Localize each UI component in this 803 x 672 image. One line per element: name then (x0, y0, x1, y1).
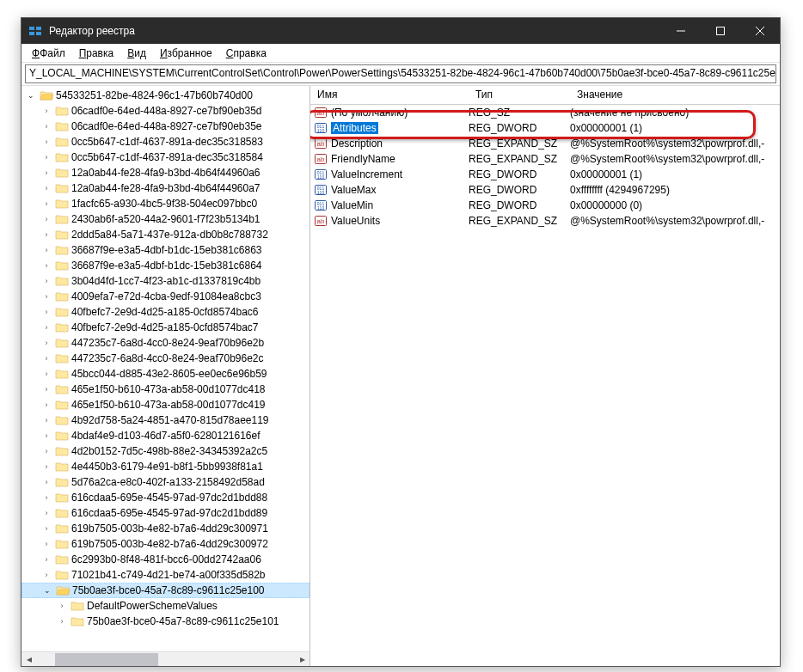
list-row[interactable]: ab(По умолчанию)REG_SZ(значение не присв… (310, 105, 780, 120)
chevron-right-icon[interactable]: › (40, 383, 52, 395)
tree-item[interactable]: ›2ddd5a84-5a71-437e-912a-db0b8c788732 (21, 227, 310, 242)
list-row[interactable]: 011110ValueIncrementREG_DWORD0x00000001 … (310, 167, 780, 182)
menu-view[interactable]: Вид (120, 46, 153, 61)
chevron-right-icon[interactable]: › (40, 151, 52, 163)
tree-item-label: 36687f9e-e3a5-4dbf-b1dc-15eb381c6864 (71, 260, 262, 272)
chevron-right-icon[interactable]: › (40, 476, 52, 488)
tree-item[interactable]: ›447235c7-6a8d-4cc0-8e24-9eaf70b96e2b (21, 335, 310, 351)
chevron-right-icon[interactable]: › (40, 275, 52, 287)
chevron-right-icon[interactable]: › (40, 538, 52, 550)
menu-help[interactable]: Справка (219, 46, 273, 61)
chevron-right-icon[interactable]: › (40, 337, 52, 349)
tree-item-label: 12a0ab44-fe28-4fa9-b3bd-4b64f44960a6 (71, 167, 261, 179)
close-button[interactable] (740, 18, 780, 44)
tree-item[interactable]: ›3b04d4fd-1cc7-4f23-ab1c-d1337819c4bb (21, 273, 310, 289)
chevron-right-icon[interactable]: › (40, 198, 52, 210)
tree-item[interactable]: ›1facfc65-a930-4bc5-9f38-504ec097bbc0 (21, 196, 310, 211)
tree-item[interactable]: ›4bdaf4e9-d103-46d7-a5f0-6280121616ef (21, 428, 310, 443)
chevron-right-icon[interactable]: › (40, 105, 52, 117)
chevron-right-icon[interactable]: › (40, 368, 52, 380)
chevron-right-icon[interactable]: › (40, 136, 52, 148)
list-row[interactable]: 011110ValueMaxREG_DWORD0xffffffff (42949… (310, 182, 780, 198)
list-row[interactable]: abValueUnitsREG_EXPAND_SZ@%SystemRoot%\s… (310, 213, 780, 229)
tree-item[interactable]: ›4009efa7-e72d-4cba-9edf-91084ea8cbc3 (21, 289, 310, 304)
list-row[interactable]: abFriendlyNameREG_EXPAND_SZ@%SystemRoot%… (310, 151, 780, 167)
menu-favorites[interactable]: Избранное (153, 46, 219, 61)
maximize-button[interactable] (701, 18, 740, 44)
column-header-value[interactable]: Значение (570, 86, 780, 104)
chevron-right-icon[interactable]: › (40, 430, 52, 442)
tree-item[interactable]: ›36687f9e-e3a5-4dbf-b1dc-15eb381c6864 (21, 258, 310, 273)
folder-icon (55, 275, 69, 287)
tree-item[interactable]: ›4d2b0152-7d5c-498b-88e2-34345392a2c5 (21, 443, 310, 459)
tree-item[interactable]: ›619b7505-003b-4e82-b7a6-4dd29c300972 (21, 536, 310, 552)
column-header-type[interactable]: Тип (469, 86, 570, 104)
chevron-right-icon[interactable]: › (40, 507, 52, 519)
tree-item[interactable]: ›6c2993b0-8f48-481f-bcc6-00dd2742aa06 (21, 552, 310, 567)
tree-item[interactable]: ›616cdaa5-695e-4545-97ad-97dc2d1bdd88 (21, 490, 310, 505)
column-header-name[interactable]: Имя (310, 86, 469, 104)
list-row[interactable]: 011110AttributesREG_DWORD0x00000001 (1) (310, 120, 780, 136)
tree-item[interactable]: ›4e4450b3-6179-4e91-b8f1-5bb9938f81a1 (21, 459, 310, 474)
tree-item[interactable]: ›75b0ae3f-bce0-45a7-8c89-c9611c25e101 (21, 614, 310, 629)
chevron-right-icon[interactable]: › (40, 553, 52, 565)
scroll-thumb[interactable] (55, 653, 158, 666)
tree-item[interactable]: ⌄75b0ae3f-bce0-45a7-8c89-c9611c25e100 (21, 583, 310, 598)
tree-item[interactable]: ›DefaultPowerSchemeValues (21, 598, 310, 614)
list-row[interactable]: 011110ValueMinREG_DWORD0x00000000 (0) (310, 198, 780, 213)
tree-item[interactable]: ›06cadf0e-64ed-448a-8927-ce7bf90eb35d (21, 103, 310, 119)
minimize-button[interactable] (661, 18, 701, 44)
chevron-right-icon[interactable]: › (40, 569, 52, 581)
list-row[interactable]: abDescriptionREG_EXPAND_SZ@%SystemRoot%\… (310, 136, 780, 151)
tree-item[interactable]: ›0cc5b647-c1df-4637-891a-dec35c318583 (21, 134, 310, 150)
tree-item[interactable]: ›4b92d758-5a24-4851-a470-815d78aee119 (21, 412, 310, 428)
tree-item[interactable]: ›45bcc044-d885-43e2-8605-ee0ec6e96b59 (21, 366, 310, 382)
tree-item[interactable]: ›12a0ab44-fe28-4fa9-b3bd-4b64f44960a6 (21, 165, 310, 180)
tree-item[interactable]: ›447235c7-6a8d-4cc0-8e24-9eaf70b96e2c (21, 351, 310, 366)
tree-item[interactable]: ⌄54533251-82be-4824-96c1-47b60b740d00 (21, 88, 310, 103)
tree-item[interactable]: ›616cdaa5-695e-4545-97ad-97dc2d1bdd89 (21, 505, 310, 521)
chevron-down-icon[interactable]: ⌄ (25, 89, 37, 101)
chevron-right-icon[interactable]: › (40, 399, 52, 411)
chevron-right-icon[interactable]: › (40, 120, 52, 132)
chevron-right-icon[interactable]: › (40, 244, 52, 256)
chevron-right-icon[interactable]: › (40, 461, 52, 473)
folder-icon (40, 89, 53, 101)
chevron-right-icon[interactable]: › (40, 167, 52, 179)
tree-item[interactable]: ›2430ab6f-a520-44a2-9601-f7f23b5134b1 (21, 211, 310, 227)
binary-value-icon: 011110 (314, 199, 328, 212)
chevron-right-icon[interactable]: › (40, 352, 52, 364)
tree-h-scrollbar[interactable]: ◂ ▸ (21, 651, 310, 666)
chevron-right-icon[interactable]: › (40, 522, 52, 535)
tree-item[interactable]: ›5d76a2ca-e8c0-402f-a133-2158492d58ad (21, 474, 310, 490)
tree-item[interactable]: ›40fbefc7-2e9d-4d25-a185-0cfd8574bac7 (21, 320, 310, 335)
tree-item[interactable]: ›06cadf0e-64ed-448a-8927-ce7bf90eb35e (21, 119, 310, 134)
tree-item[interactable]: ›71021b41-c749-4d21-be74-a00f335d582b (21, 567, 310, 583)
titlebar[interactable]: Редактор реестра (21, 18, 780, 44)
menu-file[interactable]: ФФайл (25, 46, 72, 61)
tree-item[interactable]: ›619b7505-003b-4e82-b7a6-4dd29c300971 (21, 521, 310, 536)
tree-item[interactable]: ›12a0ab44-fe28-4fa9-b3bd-4b64f44960a7 (21, 180, 310, 196)
chevron-right-icon[interactable]: › (40, 229, 52, 241)
chevron-right-icon[interactable]: › (40, 492, 52, 504)
tree-item[interactable]: ›36687f9e-e3a5-4dbf-b1dc-15eb381c6863 (21, 242, 310, 258)
tree-item[interactable]: ›0cc5b647-c1df-4637-891a-dec35c318584 (21, 150, 310, 165)
tree-item[interactable]: ›465e1f50-b610-473a-ab58-00d1077dc419 (21, 397, 310, 412)
chevron-right-icon[interactable]: › (40, 445, 52, 457)
chevron-down-icon[interactable]: ⌄ (41, 584, 53, 596)
scroll-left-icon[interactable]: ◂ (21, 652, 36, 667)
chevron-right-icon[interactable]: › (40, 290, 52, 302)
chevron-right-icon[interactable]: › (40, 213, 52, 225)
tree-item[interactable]: ›40fbefc7-2e9d-4d25-a185-0cfd8574bac6 (21, 304, 310, 320)
tree-item[interactable]: ›465e1f50-b610-473a-ab58-00d1077dc418 (21, 382, 310, 397)
chevron-right-icon[interactable]: › (40, 306, 52, 318)
chevron-right-icon[interactable]: › (40, 260, 52, 272)
chevron-right-icon[interactable]: › (40, 182, 52, 194)
chevron-right-icon[interactable]: › (56, 600, 68, 612)
address-bar[interactable]: Y_LOCAL_MACHINE\SYSTEM\CurrentControlSet… (25, 64, 776, 83)
menu-edit[interactable]: Правка (72, 46, 121, 61)
scroll-right-icon[interactable]: ▸ (295, 652, 310, 667)
chevron-right-icon[interactable]: › (40, 321, 52, 333)
chevron-right-icon[interactable]: › (56, 615, 68, 627)
chevron-right-icon[interactable]: › (40, 414, 52, 426)
